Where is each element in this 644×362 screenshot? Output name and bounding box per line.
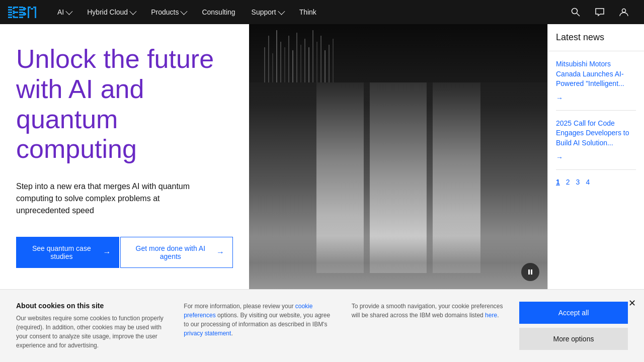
user-button[interactable] [612, 0, 636, 24]
pipe [329, 45, 330, 82]
svg-rect-10 [13, 13, 15, 14]
page-4[interactable]: 4 [586, 178, 590, 186]
cookie-title: About cookies on this site [16, 302, 168, 310]
svg-rect-11 [13, 16, 15, 17]
svg-rect-0 [8, 7, 12, 8]
cookie-col3-text: To provide a smooth navigation, your coo… [352, 302, 503, 320]
svg-rect-16 [19, 17, 23, 18]
pipe [296, 33, 297, 82]
pipe [288, 36, 289, 82]
hero-left-panel: Unlock the future with AI and quantum co… [0, 24, 249, 289]
cookie-col2-text: For more information, please review your… [184, 302, 335, 338]
page-2[interactable]: 2 [566, 178, 570, 186]
news-arrow-2[interactable]: → [556, 153, 636, 161]
search-button[interactable] [564, 0, 588, 24]
floor [249, 236, 547, 289]
svg-rect-21 [28, 7, 29, 18]
pause-button[interactable] [521, 263, 539, 281]
quantum-image [249, 24, 547, 289]
pipe [268, 36, 269, 82]
pipe [308, 47, 309, 82]
cta-secondary-button[interactable]: Get more done with AI agents → [120, 237, 233, 268]
nav-item-hybrid-cloud[interactable]: Hybrid Cloud [79, 0, 143, 24]
cta-buttons: See quantum case studies → Get more done… [16, 237, 233, 268]
cookie-here-link[interactable]: here [485, 312, 497, 319]
cookie-close-button[interactable]: ✕ [628, 298, 636, 309]
chat-button[interactable] [588, 0, 612, 24]
svg-rect-2 [8, 12, 12, 13]
news-link-1[interactable]: Mitsubishi Motors Canada Launches AI-Pow… [556, 59, 636, 89]
cta-primary-button[interactable]: See quantum case studies → [16, 237, 119, 268]
svg-rect-4 [8, 17, 12, 18]
svg-rect-8 [13, 8, 15, 9]
cookie-col-1: About cookies on this site Our websites … [16, 302, 168, 350]
svg-rect-3 [8, 14, 12, 16]
svg-rect-6 [13, 12, 18, 13]
news-link-2[interactable]: 2025 Call for Code Engages Developers to… [556, 119, 636, 148]
page-3[interactable]: 3 [576, 178, 580, 186]
svg-rect-15 [19, 14, 23, 16]
svg-rect-29 [528, 269, 530, 275]
pipe [316, 42, 317, 82]
svg-line-27 [577, 14, 580, 17]
hero-title: Unlock the future with AI and quantum co… [16, 44, 233, 164]
svg-rect-25 [31, 8, 33, 10]
svg-rect-19 [25, 8, 26, 10]
pipe [333, 39, 334, 82]
pipe [312, 30, 313, 82]
privacy-statement-link[interactable]: privacy statement [184, 330, 231, 337]
pipe [292, 50, 293, 82]
pipe [320, 36, 321, 82]
chevron-down-icon [130, 8, 137, 15]
chevron-down-icon [181, 8, 188, 15]
pipe [284, 47, 285, 82]
nav-right-icons [564, 0, 636, 24]
nav-item-support[interactable]: Support [244, 0, 291, 24]
pipe [325, 50, 326, 82]
more-options-button[interactable]: More options [519, 328, 628, 350]
nav-item-products[interactable]: Products [143, 0, 194, 24]
nav-item-ai[interactable]: AI [49, 0, 79, 24]
svg-rect-24 [33, 7, 35, 8]
svg-rect-12 [19, 7, 23, 8]
svg-rect-30 [531, 269, 532, 275]
nav-item-think[interactable]: Think [291, 0, 325, 24]
pipe [300, 45, 301, 82]
cookie-col-2: For more information, please review your… [184, 302, 335, 338]
svg-rect-1 [8, 9, 12, 11]
arrow-icon: → [103, 248, 111, 257]
svg-rect-13 [19, 9, 23, 11]
pipe [276, 30, 277, 82]
svg-point-28 [622, 9, 626, 13]
news-arrow-1[interactable]: → [556, 94, 636, 102]
svg-point-26 [572, 9, 578, 14]
accept-all-button[interactable]: Accept all [519, 302, 628, 324]
svg-rect-23 [29, 7, 31, 8]
pipe [264, 47, 265, 82]
pipe [280, 42, 281, 82]
cookie-col-3: To provide a smooth navigation, your coo… [352, 302, 503, 320]
chevron-down-icon [278, 8, 285, 15]
svg-rect-14 [19, 12, 23, 13]
svg-rect-20 [25, 13, 26, 15]
arrow-icon: → [216, 248, 224, 257]
ibm-logo[interactable] [8, 7, 37, 18]
news-pagination: 1 2 3 4 [556, 178, 636, 186]
svg-rect-9 [13, 11, 15, 12]
svg-rect-22 [35, 7, 36, 18]
page-1[interactable]: 1 [556, 178, 560, 186]
cookie-buttons: Accept all More options [519, 302, 628, 350]
news-panel: Latest news Mitsubishi Motors Canada Lau… [547, 24, 644, 289]
nav-items: AI Hybrid Cloud Products Consulting Supp… [49, 0, 564, 24]
hero-subtitle: Step into a new era that merges AI with … [16, 180, 207, 217]
svg-rect-7 [13, 17, 18, 18]
cookie-col1-text: Our websites require some cookies to fun… [16, 314, 168, 350]
ceiling [249, 24, 547, 82]
chevron-down-icon [66, 8, 73, 15]
news-item-1: Mitsubishi Motors Canada Launches AI-Pow… [556, 51, 636, 111]
cookie-banner: ✕ About cookies on this site Our website… [0, 289, 644, 362]
navbar: AI Hybrid Cloud Products Consulting Supp… [0, 0, 644, 24]
latest-news-title: Latest news [556, 32, 636, 43]
nav-item-consulting[interactable]: Consulting [194, 0, 243, 24]
pipe [272, 53, 273, 82]
